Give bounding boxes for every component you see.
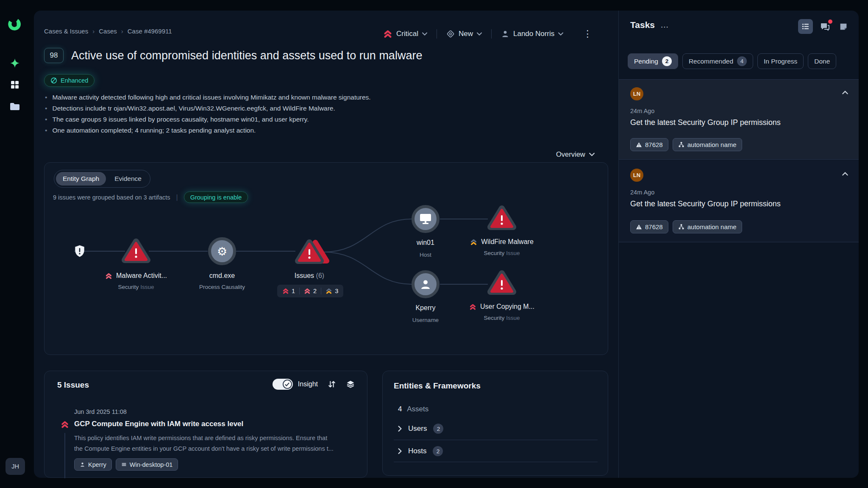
chevron-down-icon (477, 32, 482, 36)
severity-medium-icon (326, 288, 332, 294)
severity-critical-icon (469, 303, 476, 311)
task-title[interactable]: Get the latest Security Group IP permiss… (630, 200, 781, 208)
task-badges: 87628 automation name (630, 220, 742, 233)
more-actions-kebab[interactable]: ⋮ (583, 32, 592, 36)
tasks-view-icons (798, 19, 849, 34)
task-list-view-icon[interactable] (798, 19, 813, 34)
breadcrumb-cases-issues[interactable]: Cases & Issues (44, 28, 88, 35)
task-time: 24m Ago (630, 189, 654, 196)
tasks-tabs: Pending2 Recommended4 In Progress Done (628, 53, 836, 69)
node-malware-activity[interactable] (121, 237, 151, 266)
entities-row-users[interactable]: Users 2 (398, 424, 443, 434)
notes-icon[interactable] (837, 19, 849, 34)
app-logo-icon[interactable] (7, 17, 22, 32)
app-root: JH Cases & Issues › Cases › Case #496991… (0, 0, 868, 488)
avatar: LN (630, 169, 643, 182)
severity-high-icon (105, 272, 112, 280)
sort-icon[interactable] (327, 380, 337, 389)
breadcrumb-cases[interactable]: Cases (99, 28, 117, 35)
ai-sparkle-icon[interactable] (7, 55, 22, 71)
assets-count-row: 4 Assets (398, 405, 428, 413)
issue-ref-badge[interactable]: 87628 (630, 220, 668, 233)
layers-icon[interactable] (346, 380, 355, 389)
status-dropdown[interactable]: New (446, 30, 482, 38)
issues-panel-controls: Insight (273, 379, 355, 390)
apps-grid-icon[interactable] (7, 77, 22, 92)
issues-panel: 5 Issues Insight (44, 371, 367, 478)
monitor-icon (420, 214, 431, 224)
summary-bullet: •One automation completed; 4 running; 2 … (45, 125, 371, 136)
severity-critical-icon (61, 420, 69, 430)
node-cmd-label[interactable]: cmd.exe (171, 272, 273, 280)
severity-label: Critical (396, 30, 418, 38)
user-avatar[interactable]: JH (6, 458, 25, 475)
person-icon (80, 462, 85, 467)
notification-dot (828, 19, 832, 24)
count-critical: 1 (282, 288, 295, 294)
entity-graph-panel: Entity Graph Evidence 9 issues were grou… (44, 162, 608, 355)
chevron-right-icon (398, 448, 402, 454)
entities-panel: Entities & Frameworks 4 Assets Users 2 H… (382, 371, 608, 476)
chevron-right-icon (398, 426, 402, 432)
automation-badge[interactable]: automation name (673, 138, 742, 151)
collapse-chevron-icon[interactable] (842, 172, 848, 176)
folder-icon[interactable] (7, 99, 22, 114)
tab-in-progress[interactable]: In Progress (757, 53, 804, 69)
task-card[interactable]: LN 24m Ago Get the latest Security Group… (619, 160, 859, 242)
overview-dropdown[interactable]: Overview (556, 150, 595, 158)
task-card[interactable]: LN 24m Ago Get the latest Security Group… (619, 79, 859, 160)
issue-ref-badge[interactable]: 87628 (630, 138, 668, 151)
chevron-down-icon (558, 32, 563, 36)
tasks-menu-ellipsis[interactable]: ... (661, 23, 669, 27)
tab-done[interactable]: Done (808, 53, 836, 69)
summary-bullet: •The case groups 9 issues linked by proc… (45, 114, 371, 125)
list-icon (121, 462, 127, 467)
main-card: Cases & Issues › Cases › Case #4969911 C… (34, 11, 859, 478)
node-cmd-sub: Process Causality (171, 284, 273, 290)
collapse-chevron-icon[interactable] (842, 91, 848, 94)
divider (437, 29, 437, 39)
workflow-icon (678, 224, 684, 230)
node-user-copying[interactable] (487, 269, 517, 298)
shield-alert-icon[interactable] (74, 245, 85, 259)
chevron-down-icon (589, 152, 595, 156)
breadcrumb-case-number[interactable]: Case #4969911 (128, 28, 172, 35)
issue-title[interactable]: GCP Compute Engine with IAM write access… (74, 420, 243, 428)
node-cmd-exe[interactable]: ⚙ (208, 237, 236, 265)
node-win01[interactable] (412, 205, 440, 233)
automation-badge[interactable]: automation name (673, 220, 742, 233)
case-title: Active use of compromised identities and… (71, 49, 422, 62)
status-label: New (459, 30, 473, 38)
severity-dropdown[interactable]: Critical (383, 29, 427, 39)
node-issues-group[interactable] (295, 238, 331, 267)
task-title[interactable]: Get the latest Security Group IP permiss… (630, 118, 781, 127)
entities-panel-title: Entities & Frameworks (394, 381, 481, 391)
comments-icon[interactable] (819, 19, 832, 34)
tab-pending[interactable]: Pending2 (628, 53, 678, 69)
tasks-header: Tasks ... (630, 20, 669, 30)
entities-row-hosts[interactable]: Hosts 2 (398, 446, 443, 456)
breadcrumb-separator: › (92, 28, 95, 35)
gear-icon: ⚙ (217, 246, 227, 257)
issues-panel-title: 5 Issues (57, 380, 89, 390)
node-issues-label[interactable]: Issues (6) (259, 272, 360, 280)
node-user-copying-label[interactable]: User Copying M... (451, 303, 553, 311)
warning-triangle-icon (636, 224, 642, 230)
case-controls: Critical New Lando Norris (383, 29, 592, 39)
issue-timeline-line (64, 433, 65, 478)
left-sidebar: JH (0, 0, 34, 488)
assignee-dropdown[interactable]: Lando Norris (501, 30, 563, 38)
insight-label: Insight (298, 380, 318, 388)
insight-toggle[interactable] (273, 379, 293, 390)
severity-critical-icon (282, 288, 289, 294)
person-icon (501, 30, 509, 38)
tab-recommended[interactable]: Recommended4 (682, 53, 753, 69)
node-wildfire-label[interactable]: WildFire Malware (451, 238, 553, 246)
node-kperry[interactable] (412, 270, 440, 298)
person-icon (420, 278, 431, 290)
tasks-title: Tasks (630, 20, 655, 30)
avatar: LN (630, 87, 643, 100)
hosts-count-badge: 2 (433, 446, 443, 456)
summary-bullet: •Detections include tr ojan/Win32.apost.… (45, 103, 371, 114)
node-wildfire[interactable] (487, 204, 517, 233)
